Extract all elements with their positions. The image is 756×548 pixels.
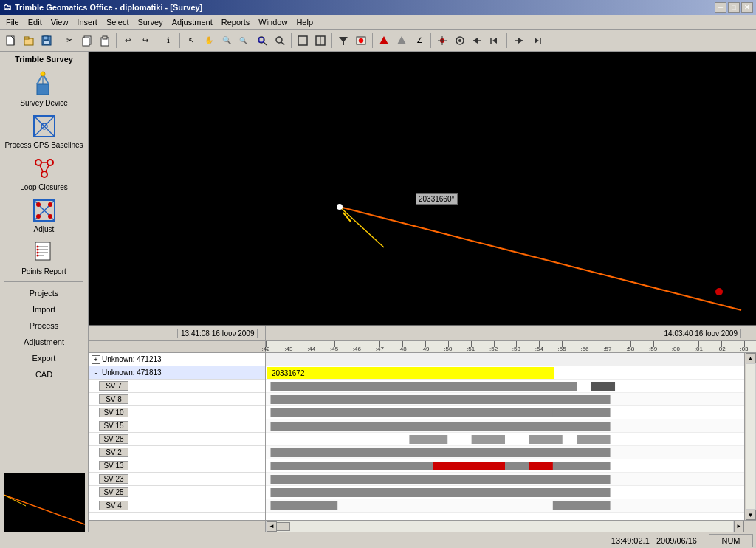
sv7-label: SV 7 bbox=[99, 381, 128, 391]
paste-button[interactable] bbox=[97, 32, 113, 49]
nav-prev-button[interactable] bbox=[470, 32, 486, 49]
scroll-down-button[interactable]: ▼ bbox=[746, 510, 756, 520]
sv25-label: SV 25 bbox=[99, 487, 128, 497]
track-expand-2[interactable]: - bbox=[92, 369, 100, 377]
ruler-label-10: :52 bbox=[489, 346, 498, 352]
nav-last-button[interactable] bbox=[528, 32, 544, 49]
sidebar-nav-process[interactable]: Process bbox=[4, 318, 83, 333]
scroll-up-button[interactable]: ▲ bbox=[746, 353, 756, 363]
timeline-tracks[interactable] bbox=[266, 353, 744, 520]
filter-button[interactable] bbox=[335, 32, 351, 49]
timeline-area: 13:41:08 16 Ιουν 2009 14:03:40 16 Ιουν 2… bbox=[89, 325, 756, 532]
zoom-window-button[interactable] bbox=[254, 32, 270, 49]
menu-item-window[interactable]: Window bbox=[254, 16, 292, 28]
gps-tool-button[interactable] bbox=[353, 32, 369, 49]
sidebar-item-adjust[interactable]: Adjust bbox=[0, 194, 88, 236]
sidebar-adjust-label: Adjust bbox=[34, 225, 55, 233]
zoom-in-button[interactable]: 🔍 bbox=[219, 32, 235, 49]
svg-marker-21 bbox=[379, 36, 388, 44]
new-button[interactable] bbox=[3, 32, 19, 49]
svg-point-13 bbox=[276, 37, 282, 43]
menu-item-insert[interactable]: Insert bbox=[72, 16, 102, 28]
sv15-label: SV 15 bbox=[99, 421, 128, 431]
sidebar-nav-cad[interactable]: CAD bbox=[4, 367, 83, 382]
vertical-scrollbar[interactable]: ▲ ▼ bbox=[744, 353, 756, 520]
sidebar-survey-device-label: Survey Device bbox=[20, 99, 67, 107]
menu-item-view[interactable]: View bbox=[47, 16, 73, 28]
pan-button[interactable]: ✋ bbox=[201, 32, 217, 49]
sidebar-item-points-report[interactable]: Points Report bbox=[0, 236, 88, 278]
menu-item-survey[interactable]: Survey bbox=[133, 16, 167, 28]
nav-first-button[interactable] bbox=[487, 32, 504, 49]
nav-next-button[interactable] bbox=[510, 32, 526, 49]
menu-item-adjustment[interactable]: Adjustment bbox=[168, 16, 217, 28]
menu-item-file[interactable]: File bbox=[1, 16, 24, 28]
track-sv15: SV 15 bbox=[89, 419, 265, 433]
ruler-label-21: :03 bbox=[740, 346, 748, 352]
svg-point-65 bbox=[36, 252, 38, 254]
toolbar-sep-7 bbox=[372, 33, 373, 48]
hscroll-left-btn[interactable]: ◄ bbox=[267, 521, 277, 532]
toolbar-sep-4 bbox=[179, 33, 180, 48]
track-sv2: SV 2 bbox=[89, 446, 265, 459]
ruler-label-8: :50 bbox=[444, 346, 452, 352]
track-group-2[interactable]: - Unknown: 471813 bbox=[89, 366, 265, 380]
redo-button[interactable]: ↪ bbox=[137, 32, 154, 49]
svg-marker-22 bbox=[397, 36, 406, 44]
svg-point-55 bbox=[48, 202, 52, 207]
svg-point-54 bbox=[36, 202, 41, 207]
toolbar-sep-9 bbox=[506, 33, 507, 48]
save-button[interactable] bbox=[38, 32, 55, 49]
menu-item-select[interactable]: Select bbox=[102, 16, 134, 28]
svg-marker-18 bbox=[339, 37, 348, 45]
menu-item-edit[interactable]: Edit bbox=[24, 16, 47, 28]
pointer-button[interactable]: ↖ bbox=[183, 32, 199, 49]
svg-point-46 bbox=[47, 160, 53, 165]
circle-button[interactable] bbox=[452, 32, 468, 49]
sidebar-nav-projects[interactable]: Projects bbox=[4, 286, 83, 301]
track-sv7: SV 7 bbox=[89, 380, 265, 393]
toolbar-sep-1 bbox=[58, 33, 58, 48]
horizontal-scrollbar[interactable]: ◄ ► bbox=[89, 520, 756, 532]
track-group-1[interactable]: + Unknown: 471213 bbox=[89, 353, 265, 366]
sidebar-nav-adjustment[interactable]: Adjustment bbox=[4, 335, 83, 349]
hscroll-right-btn[interactable]: ► bbox=[734, 521, 744, 532]
point-button[interactable] bbox=[434, 32, 450, 49]
svg-point-45 bbox=[35, 160, 41, 165]
zoom-out-button[interactable]: 🔍- bbox=[236, 32, 252, 49]
ruler-label-1: :43 bbox=[284, 346, 292, 352]
triangle-red-button[interactable] bbox=[376, 32, 392, 49]
zoom-extent-button[interactable] bbox=[272, 32, 288, 49]
svg-marker-29 bbox=[473, 38, 478, 44]
loop-icon bbox=[31, 155, 58, 182]
ruler-label-18: :00 bbox=[672, 346, 680, 352]
triangle-gray-button[interactable] bbox=[394, 32, 410, 49]
undo-button[interactable]: ↩ bbox=[120, 32, 136, 49]
baseline-button[interactable]: ∠ bbox=[411, 32, 427, 49]
ruler-label-6: :48 bbox=[399, 346, 407, 352]
sidebar-nav-import[interactable]: Import bbox=[4, 302, 83, 317]
cut-button[interactable]: ✂ bbox=[61, 32, 78, 49]
sv8-label: SV 8 bbox=[99, 394, 128, 404]
minimize-button[interactable]: ─ bbox=[715, 2, 726, 13]
sidebar-nav-export[interactable]: Export bbox=[4, 351, 83, 366]
close-button[interactable]: ✕ bbox=[741, 2, 753, 13]
sidebar-item-survey-device[interactable]: Survey Device bbox=[0, 68, 88, 110]
single-view-button[interactable] bbox=[295, 32, 311, 49]
maximize-button[interactable]: □ bbox=[728, 2, 740, 13]
svg-point-66 bbox=[36, 255, 38, 257]
open-button[interactable] bbox=[21, 32, 37, 49]
track-expand-1[interactable]: + bbox=[92, 355, 100, 364]
svg-line-11 bbox=[264, 42, 267, 45]
map-view[interactable]: 20331660° bbox=[89, 52, 756, 325]
copy-button[interactable] bbox=[79, 32, 95, 49]
sidebar-item-process-gps[interactable]: Process GPS Baselines bbox=[0, 110, 88, 152]
info-button[interactable]: ℹ bbox=[160, 32, 176, 49]
menu-item-reports[interactable]: Reports bbox=[217, 16, 255, 28]
timeline-ruler: :42:43:44:45:46:47:48:49:50:51:52:53:54:… bbox=[89, 341, 756, 353]
track-sv28: SV 28 bbox=[89, 433, 265, 446]
svg-rect-12 bbox=[259, 38, 264, 42]
split-view-button[interactable] bbox=[312, 32, 329, 49]
sidebar-item-loop-closures[interactable]: Loop Closures bbox=[0, 152, 88, 194]
menu-item-help[interactable]: Help bbox=[292, 16, 317, 28]
